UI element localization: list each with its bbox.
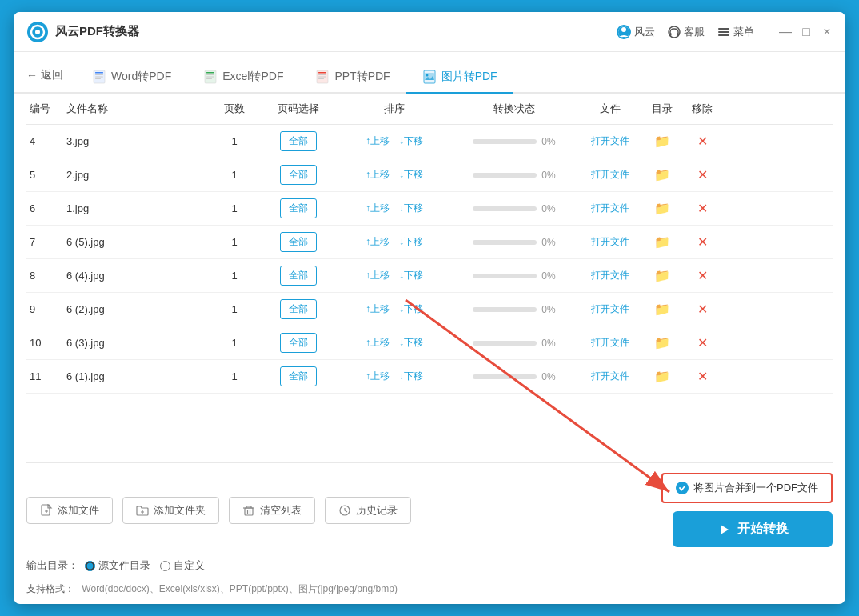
row-open-file[interactable]: 打开文件	[578, 370, 642, 383]
sort-down-button[interactable]: ↓下移	[396, 334, 426, 351]
tab-word[interactable]: Word转PDF	[76, 62, 187, 94]
row-open-file[interactable]: 打开文件	[578, 134, 642, 148]
row-page-select[interactable]: 全部	[258, 266, 338, 286]
sort-up-button[interactable]: ↑上移	[362, 368, 393, 385]
delete-icon[interactable]: ✕	[697, 234, 708, 250]
row-delete[interactable]: ✕	[682, 302, 722, 317]
sort-up-button[interactable]: ↑上移	[362, 133, 393, 150]
row-folder[interactable]: 📁	[642, 335, 682, 350]
open-file-button[interactable]: 打开文件	[591, 302, 629, 316]
row-delete[interactable]: ✕	[682, 268, 722, 283]
row-delete[interactable]: ✕	[682, 134, 722, 149]
add-folder-button[interactable]: 添加文件夹	[122, 497, 219, 524]
delete-icon[interactable]: ✕	[697, 369, 708, 384]
row-folder[interactable]: 📁	[642, 234, 682, 250]
sort-down-button[interactable]: ↓下移	[396, 166, 426, 183]
row-page-select[interactable]: 全部	[258, 232, 338, 252]
page-select-button[interactable]: 全部	[280, 299, 317, 319]
row-page-select[interactable]: 全部	[258, 299, 338, 319]
row-folder[interactable]: 📁	[642, 134, 682, 149]
clear-list-button[interactable]: 清空列表	[229, 497, 315, 524]
sort-up-button[interactable]: ↑上移	[362, 234, 393, 250]
tab-excel[interactable]: Excel转PDF	[187, 62, 299, 94]
page-select-button[interactable]: 全部	[280, 198, 317, 218]
folder-icon[interactable]: 📁	[654, 134, 670, 149]
merge-checkbox-area[interactable]: 将图片合并到一个PDF文件	[661, 473, 833, 503]
delete-icon[interactable]: ✕	[697, 134, 708, 149]
page-select-button[interactable]: 全部	[280, 333, 317, 353]
open-file-button[interactable]: 打开文件	[591, 235, 629, 249]
radio-source[interactable]: 源文件目录	[85, 558, 150, 573]
row-open-file[interactable]: 打开文件	[578, 336, 642, 350]
delete-icon[interactable]: ✕	[697, 268, 708, 283]
row-open-file[interactable]: 打开文件	[578, 202, 642, 215]
folder-icon[interactable]: 📁	[654, 234, 670, 250]
row-open-file[interactable]: 打开文件	[578, 168, 642, 182]
row-delete[interactable]: ✕	[682, 167, 722, 182]
row-open-file[interactable]: 打开文件	[578, 235, 642, 249]
folder-icon[interactable]: 📁	[654, 302, 670, 317]
page-select-button[interactable]: 全部	[280, 232, 317, 252]
user-action[interactable]: 风云	[617, 25, 655, 39]
sort-down-button[interactable]: ↓下移	[396, 267, 426, 284]
back-button[interactable]: ← 返回	[26, 60, 76, 90]
row-page-select[interactable]: 全部	[258, 165, 338, 185]
open-file-button[interactable]: 打开文件	[591, 336, 629, 350]
row-folder[interactable]: 📁	[642, 302, 682, 317]
row-folder[interactable]: 📁	[642, 369, 682, 384]
delete-icon[interactable]: ✕	[697, 167, 708, 182]
row-page-select[interactable]: 全部	[258, 366, 338, 386]
delete-icon[interactable]: ✕	[697, 335, 708, 350]
folder-icon[interactable]: 📁	[654, 201, 670, 216]
row-folder[interactable]: 📁	[642, 201, 682, 216]
status-pct: 0%	[541, 170, 555, 181]
open-file-button[interactable]: 打开文件	[591, 134, 629, 148]
tab-image[interactable]: 图片转PDF	[406, 62, 513, 94]
row-delete[interactable]: ✕	[682, 335, 722, 350]
row-page-select[interactable]: 全部	[258, 333, 338, 353]
row-folder[interactable]: 📁	[642, 268, 682, 283]
sort-down-button[interactable]: ↓下移	[396, 133, 426, 150]
delete-icon[interactable]: ✕	[697, 302, 708, 317]
open-file-button[interactable]: 打开文件	[591, 202, 629, 215]
row-delete[interactable]: ✕	[682, 201, 722, 216]
menu-action[interactable]: 菜单	[717, 25, 754, 39]
folder-icon[interactable]: 📁	[654, 335, 670, 350]
sort-down-button[interactable]: ↓下移	[396, 368, 426, 385]
row-open-file[interactable]: 打开文件	[578, 302, 642, 316]
sort-up-button[interactable]: ↑上移	[362, 166, 393, 183]
row-delete[interactable]: ✕	[682, 369, 722, 384]
open-file-button[interactable]: 打开文件	[591, 168, 629, 182]
sort-down-button[interactable]: ↓下移	[396, 200, 426, 217]
folder-icon[interactable]: 📁	[654, 167, 670, 182]
row-open-file[interactable]: 打开文件	[578, 269, 642, 282]
folder-icon[interactable]: 📁	[654, 369, 670, 384]
add-file-button[interactable]: 添加文件	[26, 497, 113, 524]
row-delete[interactable]: ✕	[682, 234, 722, 250]
sort-up-button[interactable]: ↑上移	[362, 334, 393, 351]
maximize-button[interactable]: □	[801, 26, 812, 38]
tab-ppt[interactable]: PPT转PDF	[299, 62, 406, 94]
minimize-button[interactable]: —	[780, 26, 791, 38]
row-page-select[interactable]: 全部	[258, 198, 338, 218]
row-page-select[interactable]: 全部	[258, 131, 338, 151]
sort-up-button[interactable]: ↑上移	[362, 301, 393, 318]
folder-icon[interactable]: 📁	[654, 268, 670, 283]
history-button[interactable]: 历史记录	[325, 497, 411, 524]
radio-custom[interactable]: 自定义	[160, 558, 205, 573]
page-select-button[interactable]: 全部	[280, 165, 317, 185]
row-folder[interactable]: 📁	[642, 167, 682, 182]
delete-icon[interactable]: ✕	[697, 201, 708, 216]
sort-up-button[interactable]: ↑上移	[362, 267, 393, 284]
sort-down-button[interactable]: ↓下移	[396, 234, 426, 250]
open-file-button[interactable]: 打开文件	[591, 269, 629, 282]
close-button[interactable]: ×	[821, 26, 833, 38]
start-convert-button[interactable]: 开始转换	[673, 511, 833, 547]
page-select-button[interactable]: 全部	[280, 366, 317, 386]
support-action[interactable]: 客服	[668, 25, 705, 39]
page-select-button[interactable]: 全部	[280, 266, 317, 286]
sort-up-button[interactable]: ↑上移	[362, 200, 393, 217]
sort-down-button[interactable]: ↓下移	[396, 301, 426, 318]
page-select-button[interactable]: 全部	[280, 131, 317, 151]
open-file-button[interactable]: 打开文件	[591, 370, 629, 383]
